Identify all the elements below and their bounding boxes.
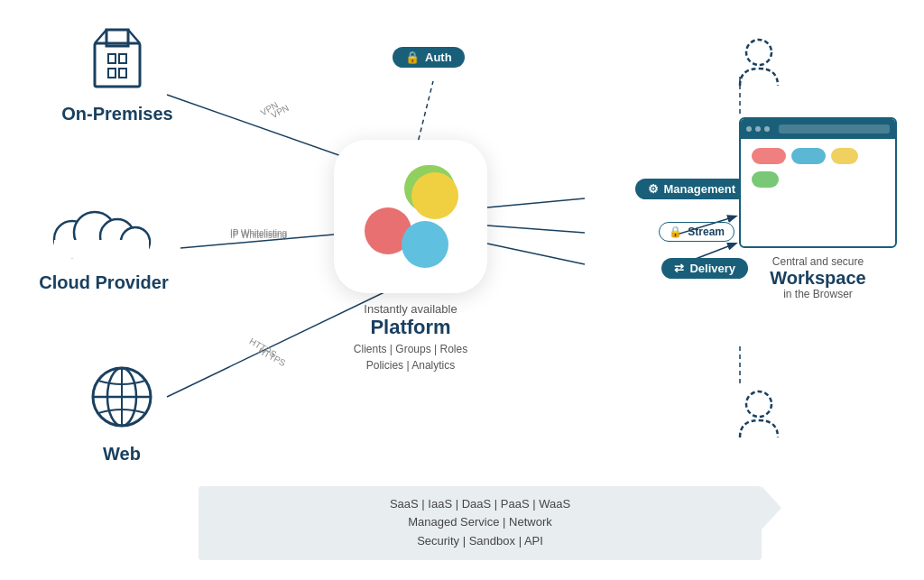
svg-point-37 (746, 391, 772, 417)
svg-rect-20 (119, 54, 126, 63)
svg-rect-27 (54, 240, 149, 258)
pill-pink (752, 148, 786, 164)
ip-line-label: IP Whitelisting (230, 230, 287, 240)
workspace-browser: Central and secure Workspace in the Brow… (739, 117, 897, 266)
browser-titlebar (741, 119, 895, 139)
platform-logo-svg (352, 158, 469, 275)
auth-label: Auth (425, 51, 452, 64)
in-browser-label: in the Browser (739, 288, 897, 300)
svg-rect-33 (411, 172, 458, 219)
platform-label: Platform (298, 316, 523, 339)
svg-line-4 (487, 198, 585, 207)
center-details: Clients | Groups | Roles Policies | Anal… (298, 341, 523, 373)
pill-green (752, 171, 779, 188)
user-bottom (735, 388, 784, 446)
user-top (735, 36, 784, 94)
stream-badge: 🔒 Stream (659, 222, 735, 242)
svg-point-36 (746, 40, 772, 65)
delivery-icon: ⇄ (674, 262, 684, 275)
svg-rect-15 (95, 43, 140, 87)
logo-background (334, 140, 487, 293)
web-label: Web (63, 444, 180, 465)
browser-window (739, 117, 897, 248)
management-badge: ⚙ Management (635, 179, 748, 199)
delivery-label: Delivery (689, 262, 735, 275)
cloud-provider-label: Cloud Provider (18, 272, 189, 293)
workspace-title: Workspace (739, 268, 897, 288)
on-premises-section: On-Premises (45, 25, 189, 124)
browser-dot-2 (755, 126, 761, 132)
cloud-icon (45, 198, 162, 262)
web-section: Web (63, 361, 180, 465)
on-premises-label: On-Premises (45, 104, 189, 124)
center-text: Instantly available Platform Clients | G… (298, 302, 523, 373)
browser-dot-1 (746, 126, 752, 132)
browser-row-1 (752, 148, 884, 164)
central-label: Central and secure (739, 255, 897, 268)
management-label: Management (664, 182, 735, 196)
svg-line-18 (128, 30, 140, 43)
gear-icon: ⚙ (648, 182, 659, 196)
svg-rect-21 (108, 69, 116, 78)
banner-text: SaaS | IaaS | DaaS | PaaS | WaaS Managed… (217, 495, 744, 551)
user-top-icon (735, 36, 784, 90)
user-bottom-icon (735, 388, 784, 442)
svg-rect-19 (108, 54, 116, 63)
instantly-label: Instantly available (298, 302, 523, 316)
cloud-provider-section: Cloud Provider (18, 198, 189, 293)
svg-line-6 (487, 244, 585, 264)
browser-content (741, 139, 895, 197)
svg-rect-35 (402, 221, 448, 268)
lock-icon: 🔒 (405, 51, 420, 64)
stream-label: Stream (688, 226, 725, 238)
pill-blue (791, 148, 826, 164)
auth-badge: 🔒 Auth (393, 47, 465, 68)
bottom-banner: SaaS | IaaS | DaaS | PaaS | WaaS Managed… (199, 486, 762, 560)
browser-row-2 (752, 171, 884, 188)
stream-lock-icon: 🔒 (669, 226, 682, 238)
delivery-badge: ⇄ Delivery (661, 258, 748, 279)
svg-rect-22 (119, 69, 126, 78)
building-icon (81, 25, 153, 93)
center-logo (334, 140, 487, 293)
workspace-text: Central and secure Workspace in the Brow… (739, 255, 897, 300)
svg-line-17 (95, 30, 106, 43)
pill-yellow (831, 148, 858, 164)
browser-dot-3 (764, 126, 770, 132)
globe-icon (86, 361, 158, 433)
svg-line-5 (487, 226, 585, 233)
diagram-container: VPN IP Whitelisting HTTPS On-Premises Cl… (0, 0, 924, 580)
